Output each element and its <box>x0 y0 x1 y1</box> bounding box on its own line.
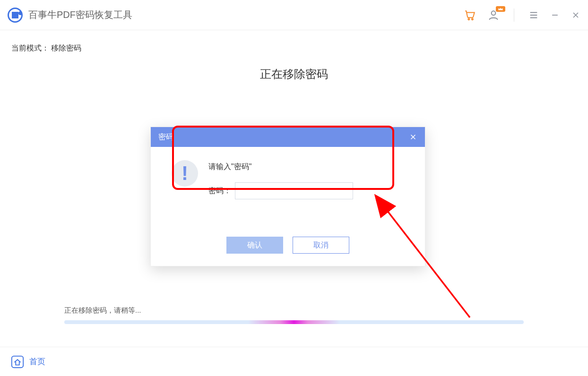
footer: 首页 <box>0 347 588 376</box>
dialog-body: ! 请输入"密码" 密码： <box>151 147 425 199</box>
password-input[interactable] <box>235 182 353 199</box>
dialog-prompt: 请输入"密码" <box>208 162 404 172</box>
mode-label: 当前模式： <box>11 44 49 52</box>
cart-icon[interactable] <box>464 9 476 21</box>
svg-point-0 <box>468 18 469 20</box>
titlebar-actions <box>464 9 580 22</box>
home-button[interactable]: 首页 <box>10 355 45 369</box>
page-heading: 正在移除密码 <box>9 67 579 82</box>
user-icon[interactable] <box>487 9 500 21</box>
svg-point-1 <box>472 18 473 20</box>
password-dialog: 密码 ! 请输入"密码" 密码： 确认 取消 <box>150 127 425 266</box>
status-text: 正在移除密码，请稍等... <box>64 306 141 315</box>
dialog-buttons: 确认 取消 <box>151 237 425 254</box>
password-label: 密码： <box>208 186 231 196</box>
mode-row: 当前模式：移除密码 <box>9 30 579 53</box>
vip-badge-icon <box>496 6 505 12</box>
close-icon[interactable] <box>571 10 580 20</box>
svg-rect-3 <box>12 356 23 367</box>
minimize-icon[interactable] <box>550 10 560 20</box>
svg-point-2 <box>492 11 496 15</box>
exclamation-icon: ! <box>172 160 198 187</box>
cancel-button[interactable]: 取消 <box>293 237 349 254</box>
mode-value: 移除密码 <box>51 44 81 52</box>
menu-icon[interactable] <box>528 10 539 20</box>
titlebar: 百事牛PDF密码恢复工具 <box>0 0 588 30</box>
progress-bar <box>64 320 524 324</box>
confirm-button[interactable]: 确认 <box>226 237 283 254</box>
dialog-title: 密码 <box>158 132 173 142</box>
app-title: 百事牛PDF密码恢复工具 <box>28 9 132 21</box>
home-label: 首页 <box>29 356 45 367</box>
divider <box>514 9 514 22</box>
dialog-header: 密码 <box>151 127 425 147</box>
dialog-close-icon[interactable] <box>409 133 417 141</box>
app-logo <box>8 8 23 23</box>
content-area: 当前模式：移除密码 正在移除密码 正在移除密码，请稍等... 密码 ! 请输入"… <box>0 30 588 347</box>
progress-indicator <box>248 320 340 324</box>
